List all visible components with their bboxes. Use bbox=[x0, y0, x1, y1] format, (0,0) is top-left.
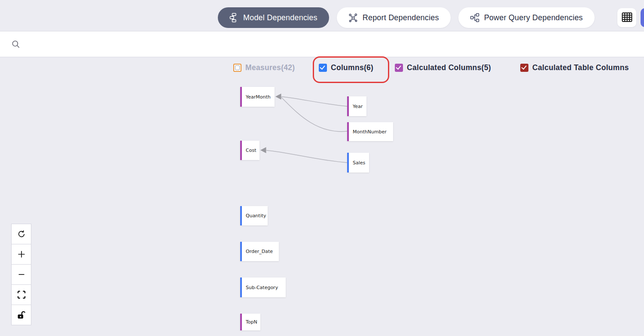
fullscreen-icon bbox=[17, 290, 26, 299]
clipped-blue-button[interactable] bbox=[641, 8, 644, 27]
node-cost[interactable]: Cost bbox=[240, 141, 259, 160]
node-topn[interactable]: TopN bbox=[240, 314, 260, 330]
filter-label: Calculated Columns(5) bbox=[407, 63, 491, 72]
model-dependencies-icon bbox=[229, 13, 238, 22]
calculated-table-columns-checkbox[interactable] bbox=[520, 64, 528, 72]
edge-monthnumber-to-yearmonth bbox=[281, 98, 347, 132]
filter-calculated-table-columns[interactable]: Calculated Table Columns bbox=[520, 62, 629, 73]
node-monthnumber[interactable]: MonthNumber bbox=[347, 122, 393, 141]
filter-label: Measures(42) bbox=[245, 63, 295, 72]
node-label: Cost bbox=[246, 148, 256, 153]
graph-toolbar bbox=[11, 224, 31, 325]
zoom-out-button[interactable] bbox=[11, 264, 31, 285]
node-label: Sales bbox=[353, 160, 365, 166]
node-order-date[interactable]: Order_Date bbox=[240, 242, 279, 261]
node-label: YearMonth bbox=[246, 94, 271, 100]
tab-report-dependencies[interactable]: Report Dependencies bbox=[337, 7, 451, 28]
arrowhead-yearmonth bbox=[275, 94, 281, 100]
edge-sales-to-cost bbox=[266, 151, 347, 163]
filter-label: Columns(6) bbox=[331, 63, 373, 72]
measures-checkbox[interactable] bbox=[233, 64, 241, 72]
search-bar bbox=[0, 31, 644, 57]
node-label: Year bbox=[353, 104, 363, 109]
node-label: Quantity bbox=[246, 213, 266, 219]
filter-measures[interactable]: Measures(42) bbox=[233, 62, 295, 73]
filter-columns[interactable]: Columns(6) bbox=[319, 62, 373, 73]
node-sales[interactable]: Sales bbox=[347, 153, 369, 173]
node-label: MonthNumber bbox=[353, 129, 387, 135]
table-grid-icon bbox=[621, 12, 633, 24]
columns-checkbox[interactable] bbox=[319, 64, 327, 72]
zoom-in-button[interactable] bbox=[11, 244, 31, 265]
dependency-tabs: Model Dependencies Report Dependencies P… bbox=[218, 7, 595, 28]
tab-label: Power Query Dependencies bbox=[484, 13, 583, 22]
node-yearmonth[interactable]: YearMonth bbox=[240, 87, 275, 107]
arrowhead-cost bbox=[260, 147, 266, 153]
edge-year-to-yearmonth bbox=[281, 97, 347, 106]
refresh-icon bbox=[17, 230, 26, 238]
filter-label: Calculated Table Columns bbox=[532, 63, 629, 72]
table-view-button[interactable] bbox=[617, 8, 636, 27]
refresh-button[interactable] bbox=[11, 224, 31, 244]
search-input[interactable] bbox=[26, 40, 632, 49]
report-dependencies-icon bbox=[348, 13, 358, 22]
unlock-button[interactable] bbox=[11, 305, 31, 325]
node-label: TopN bbox=[246, 319, 257, 325]
power-query-dependencies-icon bbox=[470, 13, 479, 22]
minus-icon bbox=[18, 271, 25, 278]
node-quantity[interactable]: Quantity bbox=[240, 206, 268, 225]
node-label: Sub-Category bbox=[246, 285, 278, 290]
unlock-icon bbox=[16, 310, 26, 320]
tab-power-query-dependencies[interactable]: Power Query Dependencies bbox=[458, 7, 595, 28]
node-year[interactable]: Year bbox=[347, 96, 366, 116]
tab-label: Report Dependencies bbox=[363, 13, 439, 22]
node-sub-category[interactable]: Sub-Category bbox=[240, 277, 286, 297]
filter-calculated-columns[interactable]: Calculated Columns(5) bbox=[395, 62, 491, 73]
tab-model-dependencies[interactable]: Model Dependencies bbox=[218, 7, 329, 28]
tab-label: Model Dependencies bbox=[243, 13, 317, 22]
plus-icon bbox=[18, 250, 25, 258]
fit-view-button[interactable] bbox=[11, 284, 31, 305]
search-icon bbox=[12, 40, 20, 49]
calculated-columns-checkbox[interactable] bbox=[395, 64, 403, 72]
node-label: Order_Date bbox=[246, 249, 273, 254]
